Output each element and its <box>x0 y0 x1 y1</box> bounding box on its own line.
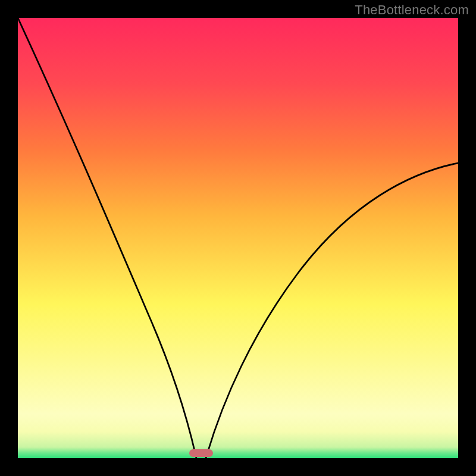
right-curve <box>206 163 458 458</box>
plot-area <box>18 18 458 458</box>
left-curve <box>18 18 196 458</box>
chart-frame: TheBottleneck.com <box>0 0 476 476</box>
bottleneck-marker <box>189 449 213 457</box>
watermark-text: TheBottleneck.com <box>355 2 469 18</box>
curves-layer <box>18 18 458 458</box>
